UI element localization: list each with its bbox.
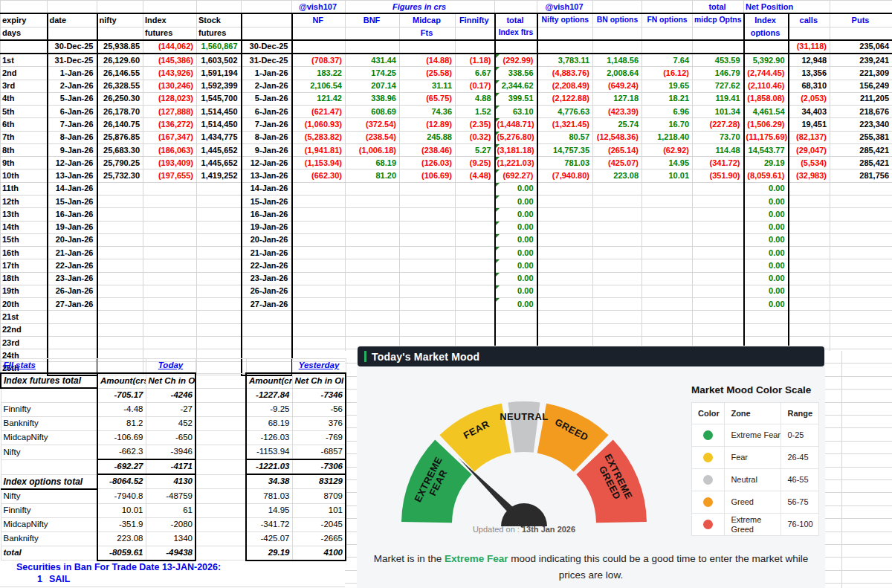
- cell[interactable]: 1,218.40: [642, 131, 693, 143]
- cell[interactable]: 11th: [1, 182, 48, 195]
- cell[interactable]: 21-Jan-26: [48, 247, 97, 259]
- cell[interactable]: [830, 298, 892, 311]
- cell[interactable]: 19-Jan-26: [48, 221, 97, 233]
- cell[interactable]: [97, 1, 143, 14]
- cell[interactable]: 1,445,652: [197, 157, 242, 169]
- cell[interactable]: 5,392.90: [744, 54, 789, 67]
- cell[interactable]: 1,560,867: [197, 40, 242, 54]
- yesterday-label[interactable]: Yesterday: [292, 359, 346, 374]
- cell[interactable]: [693, 27, 744, 40]
- cell[interactable]: 174.25: [346, 67, 400, 80]
- cell[interactable]: -2045: [292, 517, 346, 532]
- cell[interactable]: 608.69: [346, 106, 400, 118]
- cell[interactable]: 207.14: [346, 80, 400, 92]
- cell[interactable]: 74.36: [400, 106, 456, 118]
- cell[interactable]: [242, 27, 292, 40]
- cell[interactable]: [292, 195, 346, 207]
- cell[interactable]: [346, 285, 400, 297]
- cell[interactable]: [197, 182, 242, 195]
- cell[interactable]: 15-Jan-26: [242, 195, 292, 207]
- cell[interactable]: [143, 1, 197, 14]
- cell[interactable]: (29,047): [789, 143, 830, 156]
- cell[interactable]: [830, 247, 892, 259]
- col-header-date[interactable]: date: [48, 13, 97, 27]
- cell[interactable]: -4.48: [97, 403, 146, 417]
- cell[interactable]: 14.95: [642, 157, 693, 169]
- cell[interactable]: 13th: [1, 208, 48, 221]
- cell[interactable]: [97, 359, 146, 374]
- cell[interactable]: 0.00: [744, 272, 789, 285]
- cell[interactable]: [537, 259, 593, 272]
- col-header-bnf[interactable]: BNF: [346, 13, 400, 27]
- cell[interactable]: 25,790.25: [97, 157, 143, 169]
- fii-row-label[interactable]: MidcapNifty: [1, 517, 97, 532]
- cell[interactable]: (0.17): [456, 80, 495, 92]
- cell[interactable]: [642, 208, 693, 221]
- cell[interactable]: 31-Dec-25: [242, 54, 292, 67]
- cell[interactable]: [195, 359, 246, 374]
- cell[interactable]: 26-Jan-26: [48, 285, 97, 297]
- cell[interactable]: Amount(crs: [246, 373, 292, 388]
- cell[interactable]: [642, 323, 693, 336]
- cell[interactable]: 19th: [1, 285, 48, 297]
- cell[interactable]: 73.70: [693, 131, 744, 143]
- cell[interactable]: 4,776.63: [537, 106, 593, 118]
- cell[interactable]: 7-Jan-26: [48, 118, 97, 131]
- cell[interactable]: [97, 323, 143, 336]
- cell[interactable]: [537, 298, 593, 311]
- cell[interactable]: [246, 359, 292, 374]
- cell[interactable]: 15th: [1, 233, 48, 246]
- col-header-index-futures[interactable]: Index: [143, 13, 197, 27]
- cell[interactable]: [346, 298, 400, 311]
- cell[interactable]: [830, 208, 892, 221]
- cell[interactable]: [292, 233, 346, 246]
- cell[interactable]: [242, 1, 292, 14]
- cell[interactable]: [789, 221, 830, 233]
- fii-row-label[interactable]: Banknifty: [1, 532, 97, 546]
- cell[interactable]: 7.64: [642, 54, 693, 67]
- cell[interactable]: 0.00: [744, 208, 789, 221]
- cell[interactable]: (2,208.49): [537, 80, 593, 92]
- cell[interactable]: 13-Jan-26: [242, 169, 292, 182]
- cell[interactable]: 22-Jan-26: [48, 259, 97, 272]
- cell[interactable]: 8-Jan-26: [242, 131, 292, 143]
- cell[interactable]: Net Ch in OI: [292, 373, 346, 388]
- col-header-futures[interactable]: futures: [197, 27, 242, 40]
- fii-row-label[interactable]: Finnifty: [1, 403, 97, 417]
- cell[interactable]: [744, 40, 789, 54]
- col-header-fn-options[interactable]: FN options: [642, 13, 693, 27]
- cell[interactable]: 21st: [1, 311, 48, 323]
- cell[interactable]: [400, 40, 456, 54]
- cell[interactable]: -48759: [146, 489, 195, 504]
- cell[interactable]: (1,153.94): [292, 157, 346, 169]
- cell[interactable]: 223,340: [830, 118, 892, 131]
- cell[interactable]: [456, 272, 495, 285]
- cell[interactable]: 399.51: [495, 92, 537, 105]
- fii-row-label[interactable]: Banknifty: [1, 417, 97, 431]
- cell[interactable]: 1,592,399: [197, 80, 242, 92]
- cell[interactable]: [292, 40, 346, 54]
- col-header-expiry[interactable]: expiry: [1, 13, 48, 27]
- cell[interactable]: [143, 208, 197, 221]
- cell[interactable]: 0.00: [744, 182, 789, 195]
- cell[interactable]: (11,175.69): [744, 131, 789, 143]
- cell[interactable]: [693, 285, 744, 297]
- cell[interactable]: [197, 272, 242, 285]
- cell[interactable]: 4th: [1, 92, 48, 105]
- cell[interactable]: [195, 532, 246, 546]
- cell[interactable]: -351.9: [97, 517, 146, 532]
- fii-row-label[interactable]: [1, 388, 97, 403]
- cell[interactable]: [642, 298, 693, 311]
- cell[interactable]: (1,060.93): [292, 118, 346, 131]
- cell[interactable]: 9-Jan-26: [242, 143, 292, 156]
- cell[interactable]: [195, 459, 246, 474]
- cell[interactable]: 1-Jan-26: [48, 67, 97, 80]
- cell[interactable]: 20-Jan-26: [242, 233, 292, 246]
- col-header-index-ftrs[interactable]: Index ftrs: [495, 27, 537, 40]
- cell[interactable]: [197, 323, 242, 336]
- cell[interactable]: 1,545,700: [197, 92, 242, 105]
- cell[interactable]: [292, 208, 346, 221]
- cell[interactable]: (425.07): [593, 157, 642, 169]
- cell[interactable]: 0.00: [744, 195, 789, 207]
- cell[interactable]: -9.25: [246, 403, 292, 417]
